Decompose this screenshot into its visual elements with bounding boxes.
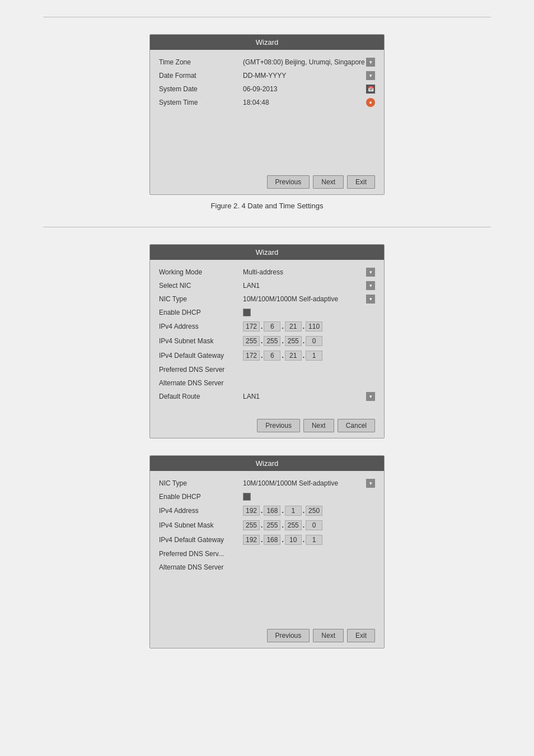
gateway2-row: IPv4 Default Gateway 172 . 6 . 21 . 1 — [159, 348, 375, 363]
gw3-seg3[interactable]: 10 — [285, 535, 302, 545]
wizard2-previous-button[interactable]: Previous — [257, 419, 300, 432]
wizard3-body: NIC Type 10M/100M/1000M Self-adaptive ▾ … — [150, 471, 384, 624]
ip3-seg1[interactable]: 192 — [243, 506, 260, 516]
subnet3-seg3[interactable]: 255 — [285, 520, 302, 530]
subnet2-seg4[interactable]: 0 — [306, 336, 322, 346]
dhcp3-checkbox-wrapper — [243, 493, 375, 501]
gateway2-label: IPv4 Default Gateway — [159, 352, 243, 360]
nictype2-value: 10M/100M/1000M Self-adaptive — [243, 295, 366, 303]
adns2-row: Alternate DNS Server — [159, 376, 375, 390]
ipv4addr3-row: IPv4 Address 192 . 168 . 1 . 250 — [159, 503, 375, 518]
ip2-seg1[interactable]: 172 — [243, 321, 260, 332]
subnet3-seg1[interactable]: 255 — [243, 520, 260, 530]
pdns3-row: Preferred DNS Serv... — [159, 547, 375, 561]
subnet3-seg2[interactable]: 255 — [264, 520, 280, 530]
ip2-seg4[interactable]: 110 — [306, 321, 322, 332]
subnet2-seg2[interactable]: 255 — [264, 336, 280, 346]
top-divider — [43, 17, 491, 17]
wizard1-footer: Previous Next Exit — [150, 171, 384, 194]
wizard1-spacer — [159, 109, 375, 165]
systime-value-wrapper: 18:04:48 ● — [243, 98, 375, 107]
nictype3-value-wrapper: 10M/100M/1000M Self-adaptive ▾ — [243, 479, 375, 488]
gw3-seg4[interactable]: 1 — [306, 535, 322, 545]
defaultroute-dropdown[interactable]: ▾ — [366, 392, 375, 401]
dhcp2-label: Enable DHCP — [159, 309, 243, 316]
ip2-seg2[interactable]: 6 — [264, 321, 280, 332]
subnet3-row: IPv4 Subnet Mask 255 . 255 . 255 . 0 — [159, 518, 375, 533]
nictype3-dropdown[interactable]: ▾ — [366, 479, 375, 488]
ipv4addr3-value: 192 . 168 . 1 . 250 — [243, 506, 375, 516]
gw2-seg4[interactable]: 1 — [306, 351, 322, 361]
divider1 — [43, 227, 491, 227]
defaultroute-row: Default Route LAN1 ▾ — [159, 390, 375, 403]
systime-row: System Time 18:04:48 ● — [159, 96, 375, 109]
dhcp2-checkbox[interactable] — [243, 309, 251, 316]
gw3-seg2[interactable]: 168 — [264, 535, 280, 545]
workingmode-value-wrapper: Multi-address ▾ — [243, 268, 375, 277]
nictype2-label: NIC Type — [159, 295, 243, 303]
wizard2-body: Working Mode Multi-address ▾ Select NIC … — [150, 260, 384, 414]
ip3-seg2[interactable]: 168 — [264, 506, 280, 516]
gw2-seg1[interactable]: 172 — [243, 351, 260, 361]
nictype2-dropdown[interactable]: ▾ — [366, 295, 375, 304]
gateway3-value: 192 . 168 . 10 . 1 — [243, 535, 375, 545]
wizard3-next-button[interactable]: Next — [313, 629, 344, 642]
dhcp3-label: Enable DHCP — [159, 493, 243, 501]
systime-label: System Time — [159, 99, 243, 106]
calendar-icon[interactable]: 📅 — [366, 85, 375, 94]
timezone-dropdown[interactable]: ▾ — [366, 58, 375, 67]
gw3-seg1[interactable]: 192 — [243, 535, 260, 545]
ip3-seg4[interactable]: 250 — [306, 506, 322, 516]
wizard1-next-button[interactable]: Next — [313, 175, 344, 189]
gw2-seg2[interactable]: 6 — [264, 351, 280, 361]
defaultroute-label: Default Route — [159, 393, 243, 400]
sysdate-row: System Date 06-09-2013 📅 — [159, 82, 375, 96]
subnet2-label: IPv4 Subnet Mask — [159, 337, 243, 345]
subnet2-seg3[interactable]: 255 — [285, 336, 302, 346]
subnet3-value: 255 . 255 . 255 . 0 — [243, 520, 375, 530]
wizard2-section: Wizard Working Mode Multi-address ▾ Sele… — [0, 244, 534, 438]
dateformat-dropdown[interactable]: ▾ — [366, 71, 375, 80]
wizard2-cancel-button[interactable]: Cancel — [338, 419, 375, 432]
ipv4addr2-value: 172 . 6 . 21 . 110 — [243, 321, 375, 332]
dateformat-value: DD-MM-YYYY — [243, 72, 366, 80]
wizard1-title: Wizard — [150, 35, 384, 50]
nictype3-label: NIC Type — [159, 479, 243, 487]
clock-icon[interactable]: ● — [366, 98, 375, 107]
wizard2-next-button[interactable]: Next — [303, 419, 334, 432]
subnet3-seg4[interactable]: 0 — [306, 520, 322, 530]
wizard1-previous-button[interactable]: Previous — [267, 175, 310, 189]
wizard3-spacer — [159, 574, 375, 619]
wizard2-box: Wizard Working Mode Multi-address ▾ Sele… — [149, 244, 385, 438]
ipv4addr2-label: IPv4 Address — [159, 323, 243, 330]
selectnic-label: Select NIC — [159, 282, 243, 290]
selectnic-value: LAN1 — [243, 282, 366, 290]
wizard1-exit-button[interactable]: Exit — [347, 175, 375, 189]
dhcp3-checkbox[interactable] — [243, 493, 251, 501]
adns3-label: Alternate DNS Server — [159, 563, 243, 571]
sysdate-value-wrapper: 06-09-2013 📅 — [243, 85, 375, 94]
wizard1-section: Wizard Time Zone (GMT+08:00) Beijing, Ur… — [0, 34, 534, 210]
gw2-seg3[interactable]: 21 — [285, 351, 302, 361]
subnet2-row: IPv4 Subnet Mask 255 . 255 . 255 . 0 — [159, 334, 375, 348]
dhcp2-checkbox-wrapper — [243, 309, 375, 316]
wizard1-caption: Figure 2. 4 Date and Time Settings — [211, 202, 324, 210]
timezone-value-wrapper: (GMT+08:00) Beijing, Urumqi, Singapore ▾ — [243, 58, 375, 67]
wizard3-title: Wizard — [150, 456, 384, 471]
gateway3-label: IPv4 Default Gateway — [159, 536, 243, 544]
ipv4addr2-row: IPv4 Address 172 . 6 . 21 . 110 — [159, 319, 375, 334]
wizard3-previous-button[interactable]: Previous — [267, 629, 310, 642]
wizard2-footer: Previous Next Cancel — [150, 414, 384, 438]
pdns2-row: Preferred DNS Server — [159, 363, 375, 376]
subnet2-seg1[interactable]: 255 — [243, 336, 260, 346]
nictype2-row: NIC Type 10M/100M/1000M Self-adaptive ▾ — [159, 292, 375, 306]
ip2-seg3[interactable]: 21 — [285, 321, 302, 332]
wizard1-box: Wizard Time Zone (GMT+08:00) Beijing, Ur… — [149, 34, 385, 195]
wizard3-exit-button[interactable]: Exit — [347, 629, 375, 642]
workingmode-dropdown[interactable]: ▾ — [366, 268, 375, 277]
ip3-seg3[interactable]: 1 — [285, 506, 302, 516]
gateway3-row: IPv4 Default Gateway 192 . 168 . 10 . 1 — [159, 533, 375, 547]
selectnic-dropdown[interactable]: ▾ — [366, 281, 375, 290]
timezone-label: Time Zone — [159, 58, 243, 66]
subnet2-value: 255 . 255 . 255 . 0 — [243, 336, 375, 346]
